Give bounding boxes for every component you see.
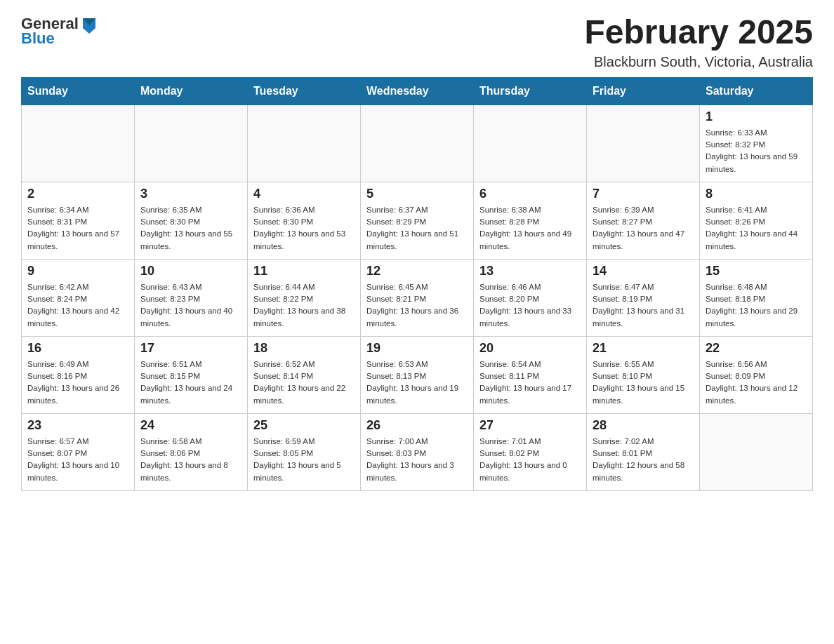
day-info: Sunrise: 6:42 AMSunset: 8:24 PMDaylight:…	[27, 281, 128, 330]
day-number: 24	[140, 418, 241, 433]
day-info: Sunrise: 6:37 AMSunset: 8:29 PMDaylight:…	[366, 204, 468, 253]
day-number: 5	[366, 187, 468, 201]
calendar-cell: 15Sunrise: 6:48 AMSunset: 8:18 PMDayligh…	[700, 259, 813, 336]
column-header-wednesday: Wednesday	[361, 77, 474, 105]
calendar-cell: 25Sunrise: 6:59 AMSunset: 8:05 PMDayligh…	[248, 413, 361, 490]
logo-blue-text: Blue	[21, 31, 98, 46]
calendar-cell	[474, 105, 587, 182]
column-header-monday: Monday	[135, 77, 248, 105]
day-info: Sunrise: 6:58 AMSunset: 8:06 PMDaylight:…	[140, 436, 241, 484]
day-number: 9	[27, 264, 128, 279]
day-info: Sunrise: 6:33 AMSunset: 8:32 PMDaylight:…	[706, 127, 807, 175]
calendar-cell: 11Sunrise: 6:44 AMSunset: 8:22 PMDayligh…	[248, 259, 361, 336]
day-number: 16	[27, 341, 128, 356]
day-number: 2	[27, 187, 128, 201]
calendar-cell: 2Sunrise: 6:34 AMSunset: 8:31 PMDaylight…	[22, 182, 135, 259]
day-info: Sunrise: 6:53 AMSunset: 8:13 PMDaylight:…	[366, 358, 468, 407]
day-number: 27	[479, 418, 581, 433]
day-info: Sunrise: 6:48 AMSunset: 8:18 PMDaylight:…	[706, 281, 807, 330]
calendar-body: 1Sunrise: 6:33 AMSunset: 8:32 PMDaylight…	[22, 105, 813, 490]
day-info: Sunrise: 6:59 AMSunset: 8:05 PMDaylight:…	[253, 436, 355, 484]
day-info: Sunrise: 6:51 AMSunset: 8:15 PMDaylight:…	[140, 358, 241, 407]
title-block: February 2025 Blackburn South, Victoria,…	[584, 14, 813, 70]
calendar-cell: 8Sunrise: 6:41 AMSunset: 8:26 PMDaylight…	[700, 182, 813, 259]
day-number: 18	[253, 341, 355, 356]
day-number: 23	[27, 418, 128, 433]
day-info: Sunrise: 6:36 AMSunset: 8:30 PMDaylight:…	[253, 204, 355, 253]
day-info: Sunrise: 6:46 AMSunset: 8:20 PMDaylight:…	[479, 281, 581, 330]
column-header-thursday: Thursday	[474, 77, 587, 105]
calendar-cell: 26Sunrise: 7:00 AMSunset: 8:03 PMDayligh…	[361, 413, 474, 490]
day-number: 7	[593, 187, 694, 201]
week-row-1: 1Sunrise: 6:33 AMSunset: 8:32 PMDaylight…	[22, 105, 813, 182]
calendar-header: SundayMondayTuesdayWednesdayThursdayFrid…	[22, 77, 813, 105]
day-info: Sunrise: 6:41 AMSunset: 8:26 PMDaylight:…	[706, 204, 807, 253]
day-number: 8	[706, 187, 807, 201]
calendar-cell: 3Sunrise: 6:35 AMSunset: 8:30 PMDaylight…	[135, 182, 248, 259]
calendar-cell	[587, 105, 700, 182]
calendar-cell: 12Sunrise: 6:45 AMSunset: 8:21 PMDayligh…	[361, 259, 474, 336]
calendar-cell: 17Sunrise: 6:51 AMSunset: 8:15 PMDayligh…	[135, 336, 248, 413]
page-header: General Blue February 2025 Blackburn Sou…	[21, 14, 813, 70]
column-header-saturday: Saturday	[700, 77, 813, 105]
day-info: Sunrise: 6:39 AMSunset: 8:27 PMDaylight:…	[593, 204, 694, 253]
column-header-tuesday: Tuesday	[248, 77, 361, 105]
day-info: Sunrise: 6:38 AMSunset: 8:28 PMDaylight:…	[479, 204, 581, 253]
day-info: Sunrise: 6:45 AMSunset: 8:21 PMDaylight:…	[366, 281, 468, 330]
calendar-cell: 5Sunrise: 6:37 AMSunset: 8:29 PMDaylight…	[361, 182, 474, 259]
day-number: 15	[706, 264, 807, 279]
day-info: Sunrise: 6:49 AMSunset: 8:16 PMDaylight:…	[27, 358, 128, 407]
day-number: 17	[140, 341, 241, 356]
day-number: 21	[593, 341, 694, 356]
day-info: Sunrise: 7:02 AMSunset: 8:01 PMDaylight:…	[593, 436, 694, 484]
day-info: Sunrise: 7:01 AMSunset: 8:02 PMDaylight:…	[479, 436, 581, 484]
calendar-cell	[361, 105, 474, 182]
calendar-cell: 13Sunrise: 6:46 AMSunset: 8:20 PMDayligh…	[474, 259, 587, 336]
day-info: Sunrise: 6:43 AMSunset: 8:23 PMDaylight:…	[140, 281, 241, 330]
week-row-4: 16Sunrise: 6:49 AMSunset: 8:16 PMDayligh…	[22, 336, 813, 413]
location-subtitle: Blackburn South, Victoria, Australia	[584, 54, 813, 70]
calendar-cell: 7Sunrise: 6:39 AMSunset: 8:27 PMDaylight…	[587, 182, 700, 259]
day-number: 4	[253, 187, 355, 201]
days-header-row: SundayMondayTuesdayWednesdayThursdayFrid…	[22, 77, 813, 105]
calendar-cell: 24Sunrise: 6:58 AMSunset: 8:06 PMDayligh…	[135, 413, 248, 490]
calendar-cell	[248, 105, 361, 182]
day-info: Sunrise: 6:55 AMSunset: 8:10 PMDaylight:…	[593, 358, 694, 407]
day-info: Sunrise: 7:00 AMSunset: 8:03 PMDaylight:…	[366, 436, 468, 484]
calendar-cell: 16Sunrise: 6:49 AMSunset: 8:16 PMDayligh…	[22, 336, 135, 413]
logo: General Blue	[21, 14, 98, 46]
calendar-cell: 1Sunrise: 6:33 AMSunset: 8:32 PMDaylight…	[700, 105, 813, 182]
calendar-cell	[700, 413, 813, 490]
day-info: Sunrise: 6:52 AMSunset: 8:14 PMDaylight:…	[253, 358, 355, 407]
calendar-cell: 9Sunrise: 6:42 AMSunset: 8:24 PMDaylight…	[22, 259, 135, 336]
calendar-cell: 10Sunrise: 6:43 AMSunset: 8:23 PMDayligh…	[135, 259, 248, 336]
day-info: Sunrise: 6:56 AMSunset: 8:09 PMDaylight:…	[706, 358, 807, 407]
day-number: 22	[706, 341, 807, 356]
column-header-friday: Friday	[587, 77, 700, 105]
calendar-cell: 27Sunrise: 7:01 AMSunset: 8:02 PMDayligh…	[474, 413, 587, 490]
calendar-cell	[135, 105, 248, 182]
calendar-cell: 14Sunrise: 6:47 AMSunset: 8:19 PMDayligh…	[587, 259, 700, 336]
day-number: 3	[140, 187, 241, 201]
day-number: 1	[706, 109, 807, 124]
week-row-5: 23Sunrise: 6:57 AMSunset: 8:07 PMDayligh…	[22, 413, 813, 490]
day-number: 11	[253, 264, 355, 279]
calendar-cell: 4Sunrise: 6:36 AMSunset: 8:30 PMDaylight…	[248, 182, 361, 259]
day-number: 13	[479, 264, 581, 279]
day-number: 12	[366, 264, 468, 279]
day-number: 10	[140, 264, 241, 279]
day-number: 28	[593, 418, 694, 433]
calendar-cell: 18Sunrise: 6:52 AMSunset: 8:14 PMDayligh…	[248, 336, 361, 413]
day-number: 25	[253, 418, 355, 433]
day-number: 20	[479, 341, 581, 356]
calendar-cell	[22, 105, 135, 182]
calendar-cell: 22Sunrise: 6:56 AMSunset: 8:09 PMDayligh…	[700, 336, 813, 413]
column-header-sunday: Sunday	[22, 77, 135, 105]
day-number: 14	[593, 264, 694, 279]
calendar-cell: 21Sunrise: 6:55 AMSunset: 8:10 PMDayligh…	[587, 336, 700, 413]
calendar-cell: 28Sunrise: 7:02 AMSunset: 8:01 PMDayligh…	[587, 413, 700, 490]
day-info: Sunrise: 6:54 AMSunset: 8:11 PMDaylight:…	[479, 358, 581, 407]
day-info: Sunrise: 6:57 AMSunset: 8:07 PMDaylight:…	[27, 436, 128, 484]
calendar-cell: 23Sunrise: 6:57 AMSunset: 8:07 PMDayligh…	[22, 413, 135, 490]
calendar-cell: 6Sunrise: 6:38 AMSunset: 8:28 PMDaylight…	[474, 182, 587, 259]
